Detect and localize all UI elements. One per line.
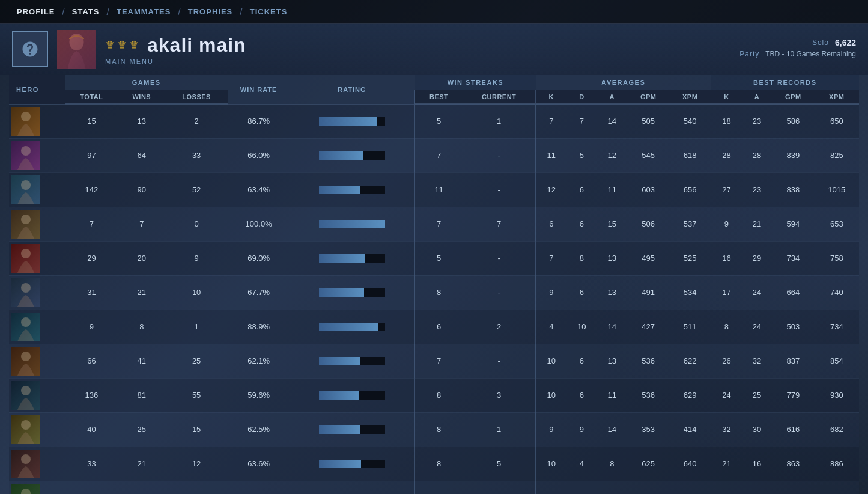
a-cell-3: 15 bbox=[597, 207, 627, 241]
col-header-row: TOTAL WINS LOSSES BEST CURRENT K D A GPM… bbox=[9, 90, 859, 105]
losses-cell-11: 6 bbox=[165, 481, 228, 494]
hero-cell-0[interactable] bbox=[9, 104, 65, 138]
gpm-best-cell-4: 734 bbox=[772, 241, 814, 275]
nav-teammates[interactable]: TEAMMATES bbox=[112, 7, 175, 16]
win-bar-2 bbox=[319, 186, 360, 194]
hero-icon-2 bbox=[11, 175, 40, 204]
xpm-cell-10: 640 bbox=[669, 447, 711, 481]
streak-current-cell-4: - bbox=[463, 241, 536, 275]
xpm-cell-11: 546 bbox=[669, 481, 711, 494]
win-bar-6 bbox=[319, 323, 378, 331]
d-cell-3: 6 bbox=[566, 207, 596, 241]
total-cell-8: 136 bbox=[65, 378, 119, 412]
hero-cell-3[interactable] bbox=[9, 207, 65, 241]
hero-cell-10[interactable] bbox=[9, 447, 65, 481]
table-row: 9 8 1 88.9% 6 2 4 10 14 427 511 8 24 503… bbox=[9, 310, 859, 344]
a-best-cell-6: 24 bbox=[742, 310, 772, 344]
streak-best-cell-6: 6 bbox=[415, 310, 463, 344]
xpm-best-cell-7: 854 bbox=[815, 344, 859, 378]
nav-stats[interactable]: STATS bbox=[67, 7, 105, 16]
table-row: 136 81 55 59.6% 8 3 10 6 11 536 629 24 2… bbox=[9, 378, 859, 412]
stats-content: HERO GAMES WIN RATE RATING WIN STREAKS A… bbox=[0, 75, 868, 494]
xpm-best-cell-4: 758 bbox=[815, 241, 859, 275]
win-bar-container-10 bbox=[319, 460, 385, 468]
streak-best-cell-3: 7 bbox=[415, 207, 463, 241]
losses-cell-9: 15 bbox=[165, 412, 228, 447]
rating-cell-2 bbox=[290, 172, 415, 207]
username: akali main bbox=[147, 34, 246, 56]
nav-profile[interactable]: PROFILE bbox=[12, 7, 59, 16]
d-cell-4: 8 bbox=[566, 241, 596, 275]
svg-point-12 bbox=[21, 489, 31, 495]
gpm-cell-8: 536 bbox=[627, 378, 669, 412]
hero-cell-11[interactable] bbox=[9, 481, 65, 494]
hero-cell-2[interactable] bbox=[9, 172, 65, 207]
win-bar-container-2 bbox=[319, 186, 385, 194]
wins-cell-5: 21 bbox=[118, 275, 165, 310]
losses-cell-2: 52 bbox=[165, 172, 228, 207]
nav-sep-1: / bbox=[59, 7, 67, 17]
win-bar-container-7 bbox=[319, 357, 385, 365]
a-cell-8: 11 bbox=[597, 378, 627, 412]
gpm-cell-2: 603 bbox=[627, 172, 669, 207]
nav-trophies[interactable]: TROPHIES bbox=[183, 7, 237, 16]
k-best-cell-11: 14 bbox=[711, 481, 742, 494]
a-cell-4: 13 bbox=[597, 241, 627, 275]
k-best-cell-6: 8 bbox=[711, 310, 742, 344]
rating-cell-3 bbox=[290, 207, 415, 241]
gpm-col-header: GPM bbox=[627, 90, 669, 105]
losses-cell-1: 33 bbox=[165, 138, 228, 172]
gpm-cell-9: 353 bbox=[627, 412, 669, 447]
win-bar-10 bbox=[319, 460, 361, 468]
profile-header: ♛ ♛ ♛ akali main MAIN MENU Solo 6,622 Pa… bbox=[0, 24, 868, 75]
hero-cell-1[interactable] bbox=[9, 138, 65, 172]
hero-icon-4 bbox=[11, 244, 40, 273]
win-bar-container-6 bbox=[319, 323, 385, 331]
a-cell-1: 12 bbox=[597, 138, 627, 172]
hero-cell-8[interactable] bbox=[9, 378, 65, 412]
streak-current-cell-9: 1 bbox=[463, 412, 536, 447]
hero-cell-7[interactable] bbox=[9, 344, 65, 378]
rating-cell-11 bbox=[290, 481, 415, 494]
losses-cell-6: 1 bbox=[165, 310, 228, 344]
gpm-best-cell-11: 714 bbox=[772, 481, 814, 494]
hero-cell-9[interactable] bbox=[9, 412, 65, 447]
k-best-cell-10: 21 bbox=[711, 447, 742, 481]
hero-thumb-4 bbox=[11, 244, 40, 273]
xpm-best-cell-5: 740 bbox=[815, 275, 859, 310]
hero-thumb-3 bbox=[11, 210, 40, 239]
wins-cell-10: 21 bbox=[118, 447, 165, 481]
losses-cell-3: 0 bbox=[165, 207, 228, 241]
table-row: 31 21 10 67.7% 8 - 9 6 13 491 534 17 24 … bbox=[9, 275, 859, 310]
solo-label: Solo bbox=[812, 38, 829, 47]
k-best-cell-9: 32 bbox=[711, 412, 742, 447]
hero-cell-6[interactable] bbox=[9, 310, 65, 344]
streak-best-cell-10: 8 bbox=[415, 447, 463, 481]
hero-portrait bbox=[57, 30, 96, 69]
svg-point-9 bbox=[21, 386, 31, 395]
streak-current-cell-0: 1 bbox=[463, 104, 536, 138]
gpm-cell-5: 491 bbox=[627, 275, 669, 310]
win-bar-container-5 bbox=[319, 288, 385, 297]
nav-tickets[interactable]: TICKETS bbox=[245, 7, 293, 16]
gpm-cell-10: 625 bbox=[627, 447, 669, 481]
hero-thumb-2 bbox=[11, 175, 40, 204]
table-body: 15 13 2 86.7% 5 1 7 7 14 505 540 18 23 5… bbox=[9, 104, 859, 494]
losses-cell-7: 25 bbox=[165, 344, 228, 378]
a-cell-5: 13 bbox=[597, 275, 627, 310]
hero-cell-4[interactable] bbox=[9, 241, 65, 275]
gpm-cell-3: 506 bbox=[627, 207, 669, 241]
a-best-cell-8: 25 bbox=[742, 378, 772, 412]
gpm-best-col-header: GPM bbox=[772, 90, 814, 105]
wins-cell-1: 64 bbox=[118, 138, 165, 172]
main-menu-label[interactable]: MAIN MENU bbox=[105, 58, 246, 65]
total-cell-9: 40 bbox=[65, 412, 119, 447]
svg-point-5 bbox=[21, 249, 31, 258]
wins-cell-3: 7 bbox=[118, 207, 165, 241]
wins-cell-0: 13 bbox=[118, 104, 165, 138]
svg-point-11 bbox=[21, 454, 31, 464]
streak-current-cell-6: 2 bbox=[463, 310, 536, 344]
hero-cell-5[interactable] bbox=[9, 275, 65, 310]
streak-best-cell-4: 5 bbox=[415, 241, 463, 275]
gpm-best-cell-3: 594 bbox=[772, 207, 814, 241]
